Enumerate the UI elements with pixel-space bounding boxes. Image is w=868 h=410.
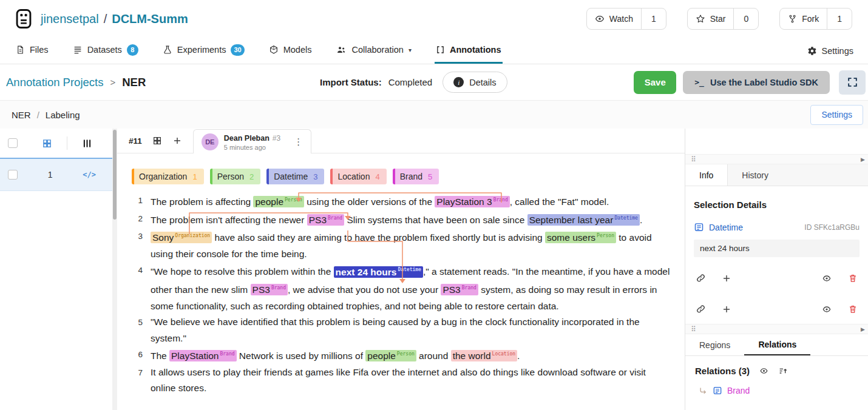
tab-experiments[interactable]: Experiments 30 [161, 38, 246, 64]
annotator-name: Dean Pleban#3 [224, 134, 280, 143]
entity-tag-label: Location [492, 351, 516, 357]
visibility-icon[interactable] [821, 274, 832, 283]
delete-region-icon[interactable] [848, 273, 858, 283]
tab-models[interactable]: Models [268, 38, 313, 64]
repo-owner-link[interactable]: jinensetpal [41, 12, 99, 26]
grid-view-icon[interactable] [42, 138, 52, 149]
tab-info[interactable]: Info [685, 164, 728, 186]
entity-region-datetime[interactable]: September last yearDatetime [527, 214, 640, 226]
ls-project-name[interactable]: NER [12, 110, 31, 120]
entity-labels: Organization1Person2Datetime3Location4Br… [117, 153, 685, 184]
annotation-toolbar: #11 DE Dean Pleban#3 5 minutes ago ⋮ [117, 129, 685, 153]
repo-name-link[interactable]: DCLM-Summ [112, 12, 188, 26]
selection-details-title: Selection Details [694, 200, 860, 210]
star-count[interactable]: 0 [733, 8, 758, 29]
ls-settings-button[interactable]: Settings [810, 105, 863, 125]
vertical-scrollbar[interactable] [112, 129, 117, 410]
tab-experiments-label: Experiments [177, 45, 226, 55]
entity-region-brand[interactable]: PS3Brand [307, 214, 344, 226]
entity-region-brand[interactable]: PS3Brand [251, 284, 288, 295]
entity-region-person[interactable]: peoplePerson [365, 350, 416, 361]
task-row[interactable]: 1 </> [0, 158, 112, 191]
add-annotation-icon[interactable] [172, 136, 182, 146]
entity-region-person[interactable]: peoplePerson [253, 196, 303, 207]
tab-settings[interactable]: Settings [807, 38, 853, 64]
document-line: 4"We hope to resolve this problem within… [132, 262, 676, 314]
document-line: 2The problem isn't affecting the newer P… [132, 210, 676, 229]
terminal-icon: >_ [694, 78, 704, 87]
line-text: "We hope to resolve this problem within … [151, 262, 670, 314]
relations-count-title: Relations (3) [695, 366, 750, 376]
entity-label-location[interactable]: Location4 [330, 169, 386, 184]
entity-region-brand[interactable]: PS3Brand [441, 284, 478, 295]
watch-button[interactable]: Watch [587, 8, 641, 29]
watch-button-group: Watch 1 [586, 8, 666, 30]
tab-regions[interactable]: Regions [685, 334, 744, 355]
selected-region-row[interactable]: Datetime ID SFKc1aRGBu [694, 222, 860, 232]
expand-icon [847, 76, 858, 88]
grid-icon[interactable] [152, 136, 162, 146]
entity-region-datetime[interactable]: next 24 hoursDatetime [334, 266, 423, 278]
tab-history[interactable]: History [728, 164, 782, 186]
collapse-panel-icon[interactable]: ▶ [861, 326, 865, 332]
star-button[interactable]: Star [688, 8, 734, 29]
tab-models-label: Models [283, 45, 312, 55]
entity-region-location[interactable]: the worldLocation [451, 350, 517, 361]
entity-region-organization[interactable]: SonyOrganization [151, 232, 212, 243]
fork-count[interactable]: 1 [827, 8, 852, 29]
kebab-menu-icon[interactable]: ⋮ [294, 136, 303, 147]
entity-label-brand[interactable]: Brand5 [393, 169, 439, 184]
ls-page-name: Labeling [46, 110, 80, 120]
fullscreen-button[interactable] [839, 70, 866, 95]
tab-files-label: Files [30, 45, 49, 55]
link-icon[interactable] [696, 304, 706, 314]
save-button[interactable]: Save [634, 71, 676, 94]
entity-label-datetime[interactable]: Datetime3 [266, 169, 324, 184]
visibility-icon[interactable] [821, 304, 832, 314]
dagshub-logo [15, 8, 33, 29]
scrollbar-thumb[interactable] [113, 130, 117, 220]
tab-files[interactable]: Files [15, 38, 50, 64]
fork-button[interactable]: Fork [780, 8, 827, 29]
entity-region-brand[interactable]: PlayStation 3Brand [435, 196, 509, 207]
panel-drag-handle[interactable]: ⠿ ▶ [685, 154, 868, 164]
columns-icon[interactable] [82, 138, 92, 149]
region-icon [694, 222, 704, 232]
select-all-checkbox[interactable] [8, 138, 18, 148]
add-meta-icon[interactable] [722, 274, 731, 283]
link-icon[interactable] [696, 273, 706, 283]
line-text: The problem is affecting peoplePerson us… [151, 192, 609, 210]
delete-region-icon[interactable] [848, 304, 858, 314]
line-number: 1 [132, 192, 143, 210]
tab-datasets[interactable]: Datasets 8 [72, 38, 140, 64]
details-label: Details [469, 78, 496, 87]
breadcrumb-annotation-projects[interactable]: Annotation Projects [6, 76, 103, 89]
region-type-label[interactable]: Datetime [709, 223, 743, 232]
collapse-panel-icon[interactable]: ▶ [861, 156, 865, 163]
code-icon[interactable]: </> [83, 170, 96, 179]
details-button[interactable]: i Details [442, 72, 507, 93]
entity-region-brand[interactable]: PlayStationBrand [169, 350, 237, 361]
entity-label-person[interactable]: Person2 [210, 169, 261, 184]
line-text: "We believe we have identified that this… [151, 314, 670, 346]
label-studio-sdk-button[interactable]: >_ Use the Label Studio SDK [683, 71, 830, 94]
panel-drag-handle[interactable]: ⠿ ▶ [685, 324, 868, 334]
entity-tag-label: Brand [271, 285, 286, 291]
entity-label-organization[interactable]: Organization1 [132, 169, 204, 184]
task-checkbox[interactable] [8, 170, 18, 180]
relation-item[interactable]: Brand [685, 376, 868, 395]
toggle-relations-visibility-icon[interactable] [759, 366, 769, 375]
eye-icon [595, 14, 605, 24]
entity-region-person[interactable]: some usersPerson [545, 232, 616, 243]
add-meta-icon[interactable] [722, 304, 731, 314]
tab-annotations[interactable]: Annotations [435, 38, 503, 64]
region-value: next 24 hours [694, 240, 860, 257]
tab-collaboration[interactable]: Collaboration ▾ [334, 38, 412, 64]
tab-relations[interactable]: Relations [744, 334, 810, 355]
annotation-tab[interactable]: DE Dean Pleban#3 5 minutes ago ⋮ [193, 129, 311, 153]
sort-relations-icon[interactable] [778, 366, 788, 376]
selection-details-section: Selection Details Datetime ID SFKc1aRGBu… [685, 186, 868, 324]
entity-tag-label: Person [397, 351, 415, 357]
import-status: Import Status: Completed [320, 77, 432, 87]
watch-count[interactable]: 1 [641, 8, 666, 29]
